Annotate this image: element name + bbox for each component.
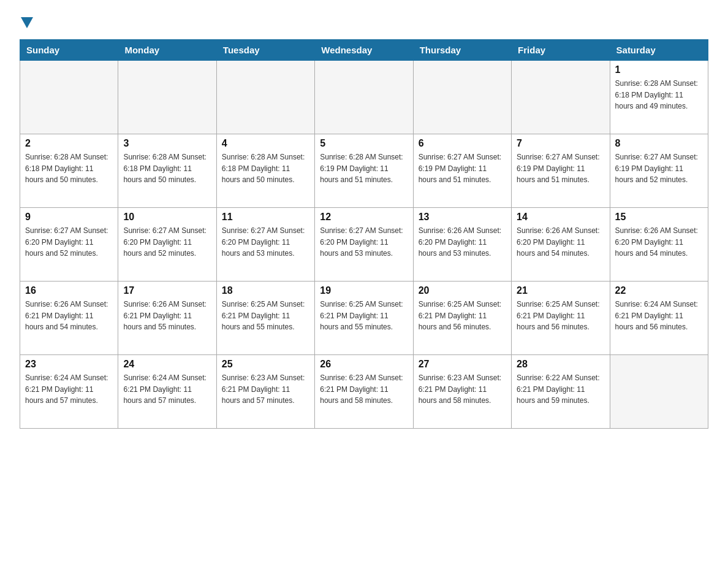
day-number: 25 <box>222 359 309 370</box>
calendar-cell <box>216 61 314 134</box>
weekday-header-saturday: Saturday <box>610 40 708 61</box>
day-number: 14 <box>517 212 604 223</box>
day-info: Sunrise: 6:23 AM Sunset: 6:21 PM Dayligh… <box>320 372 408 407</box>
day-info: Sunrise: 6:26 AM Sunset: 6:21 PM Dayligh… <box>123 299 211 333</box>
day-info: Sunrise: 6:28 AM Sunset: 6:19 PM Dayligh… <box>320 151 408 186</box>
calendar-cell: 9Sunrise: 6:27 AM Sunset: 6:20 PM Daylig… <box>20 208 118 282</box>
day-number: 22 <box>615 285 703 296</box>
day-info: Sunrise: 6:27 AM Sunset: 6:20 PM Dayligh… <box>123 225 211 259</box>
calendar-cell: 13Sunrise: 6:26 AM Sunset: 6:20 PM Dayli… <box>413 208 511 282</box>
calendar-cell: 25Sunrise: 6:23 AM Sunset: 6:21 PM Dayli… <box>216 355 314 429</box>
day-number: 19 <box>320 285 408 296</box>
calendar-cell: 4Sunrise: 6:28 AM Sunset: 6:18 PM Daylig… <box>216 134 314 208</box>
calendar-cell: 17Sunrise: 6:26 AM Sunset: 6:21 PM Dayli… <box>118 282 216 355</box>
day-info: Sunrise: 6:23 AM Sunset: 6:21 PM Dayligh… <box>419 372 506 407</box>
calendar-week-row: 23Sunrise: 6:24 AM Sunset: 6:21 PM Dayli… <box>20 355 708 429</box>
day-number: 24 <box>123 359 211 370</box>
calendar-cell: 8Sunrise: 6:27 AM Sunset: 6:19 PM Daylig… <box>610 134 708 208</box>
day-info: Sunrise: 6:25 AM Sunset: 6:21 PM Dayligh… <box>222 299 309 333</box>
calendar-cell <box>315 61 413 134</box>
day-number: 5 <box>320 138 408 149</box>
day-number: 23 <box>25 359 113 370</box>
day-number: 26 <box>320 359 408 370</box>
day-info: Sunrise: 6:26 AM Sunset: 6:20 PM Dayligh… <box>517 225 604 259</box>
day-number: 12 <box>320 212 408 223</box>
day-info: Sunrise: 6:26 AM Sunset: 6:20 PM Dayligh… <box>615 225 703 259</box>
calendar-header-row: SundayMondayTuesdayWednesdayThursdayFrid… <box>20 40 708 61</box>
calendar-week-row: 16Sunrise: 6:26 AM Sunset: 6:21 PM Dayli… <box>20 282 708 355</box>
calendar-cell: 26Sunrise: 6:23 AM Sunset: 6:21 PM Dayli… <box>315 355 413 429</box>
calendar-week-row: 2Sunrise: 6:28 AM Sunset: 6:18 PM Daylig… <box>20 134 708 208</box>
day-number: 15 <box>615 212 703 223</box>
day-number: 27 <box>419 359 506 370</box>
calendar-cell <box>512 61 610 134</box>
day-number: 1 <box>615 64 703 75</box>
day-number: 7 <box>517 138 604 149</box>
day-info: Sunrise: 6:27 AM Sunset: 6:19 PM Dayligh… <box>615 151 703 186</box>
day-number: 13 <box>419 212 506 223</box>
day-number: 8 <box>615 138 703 149</box>
day-info: Sunrise: 6:24 AM Sunset: 6:21 PM Dayligh… <box>123 372 211 407</box>
day-number: 20 <box>419 285 506 296</box>
calendar-cell <box>413 61 511 134</box>
day-info: Sunrise: 6:27 AM Sunset: 6:19 PM Dayligh… <box>419 151 506 186</box>
calendar-cell: 3Sunrise: 6:28 AM Sunset: 6:18 PM Daylig… <box>118 134 216 208</box>
calendar-cell: 14Sunrise: 6:26 AM Sunset: 6:20 PM Dayli… <box>512 208 610 282</box>
day-info: Sunrise: 6:23 AM Sunset: 6:21 PM Dayligh… <box>222 372 309 407</box>
calendar-cell: 19Sunrise: 6:25 AM Sunset: 6:21 PM Dayli… <box>315 282 413 355</box>
day-info: Sunrise: 6:22 AM Sunset: 6:21 PM Dayligh… <box>517 372 604 407</box>
calendar-cell: 11Sunrise: 6:27 AM Sunset: 6:20 PM Dayli… <box>216 208 314 282</box>
calendar-week-row: 1Sunrise: 6:28 AM Sunset: 6:18 PM Daylig… <box>20 61 708 134</box>
calendar-cell: 27Sunrise: 6:23 AM Sunset: 6:21 PM Dayli… <box>413 355 511 429</box>
calendar-cell: 16Sunrise: 6:26 AM Sunset: 6:21 PM Dayli… <box>20 282 118 355</box>
calendar-cell: 5Sunrise: 6:28 AM Sunset: 6:19 PM Daylig… <box>315 134 413 208</box>
calendar-cell: 7Sunrise: 6:27 AM Sunset: 6:19 PM Daylig… <box>512 134 610 208</box>
logo <box>20 15 33 27</box>
day-number: 18 <box>222 285 309 296</box>
calendar-cell <box>20 61 118 134</box>
day-info: Sunrise: 6:24 AM Sunset: 6:21 PM Dayligh… <box>25 372 113 407</box>
day-info: Sunrise: 6:28 AM Sunset: 6:18 PM Dayligh… <box>123 151 211 186</box>
calendar-cell: 21Sunrise: 6:25 AM Sunset: 6:21 PM Dayli… <box>512 282 610 355</box>
calendar-cell: 10Sunrise: 6:27 AM Sunset: 6:20 PM Dayli… <box>118 208 216 282</box>
calendar-cell: 22Sunrise: 6:24 AM Sunset: 6:21 PM Dayli… <box>610 282 708 355</box>
weekday-header-wednesday: Wednesday <box>315 40 413 61</box>
weekday-header-monday: Monday <box>118 40 216 61</box>
day-number: 9 <box>25 212 113 223</box>
day-info: Sunrise: 6:25 AM Sunset: 6:21 PM Dayligh… <box>517 299 604 333</box>
day-info: Sunrise: 6:25 AM Sunset: 6:21 PM Dayligh… <box>320 299 408 333</box>
logo-triangle-icon <box>21 17 33 28</box>
calendar-cell <box>610 355 708 429</box>
day-info: Sunrise: 6:27 AM Sunset: 6:20 PM Dayligh… <box>25 225 113 259</box>
calendar-week-row: 9Sunrise: 6:27 AM Sunset: 6:20 PM Daylig… <box>20 208 708 282</box>
day-info: Sunrise: 6:26 AM Sunset: 6:21 PM Dayligh… <box>25 299 113 333</box>
day-info: Sunrise: 6:28 AM Sunset: 6:18 PM Dayligh… <box>25 151 113 186</box>
calendar-cell: 1Sunrise: 6:28 AM Sunset: 6:18 PM Daylig… <box>610 61 708 134</box>
calendar-cell: 6Sunrise: 6:27 AM Sunset: 6:19 PM Daylig… <box>413 134 511 208</box>
weekday-header-tuesday: Tuesday <box>216 40 314 61</box>
day-info: Sunrise: 6:27 AM Sunset: 6:20 PM Dayligh… <box>222 225 309 259</box>
calendar-table: SundayMondayTuesdayWednesdayThursdayFrid… <box>20 39 708 429</box>
calendar-cell: 20Sunrise: 6:25 AM Sunset: 6:21 PM Dayli… <box>413 282 511 355</box>
page-header <box>20 15 708 27</box>
weekday-header-friday: Friday <box>512 40 610 61</box>
day-number: 3 <box>123 138 211 149</box>
weekday-header-thursday: Thursday <box>413 40 511 61</box>
calendar-cell <box>118 61 216 134</box>
day-info: Sunrise: 6:26 AM Sunset: 6:20 PM Dayligh… <box>419 225 506 259</box>
day-info: Sunrise: 6:27 AM Sunset: 6:19 PM Dayligh… <box>517 151 604 186</box>
calendar-cell: 12Sunrise: 6:27 AM Sunset: 6:20 PM Dayli… <box>315 208 413 282</box>
day-number: 10 <box>123 212 211 223</box>
day-number: 28 <box>517 359 604 370</box>
day-number: 21 <box>517 285 604 296</box>
day-info: Sunrise: 6:25 AM Sunset: 6:21 PM Dayligh… <box>419 299 506 333</box>
day-number: 2 <box>25 138 113 149</box>
calendar-cell: 24Sunrise: 6:24 AM Sunset: 6:21 PM Dayli… <box>118 355 216 429</box>
day-number: 17 <box>123 285 211 296</box>
day-number: 6 <box>419 138 506 149</box>
day-number: 4 <box>222 138 309 149</box>
day-info: Sunrise: 6:28 AM Sunset: 6:18 PM Dayligh… <box>615 78 703 112</box>
weekday-header-sunday: Sunday <box>20 40 118 61</box>
calendar-cell: 18Sunrise: 6:25 AM Sunset: 6:21 PM Dayli… <box>216 282 314 355</box>
day-number: 16 <box>25 285 113 296</box>
